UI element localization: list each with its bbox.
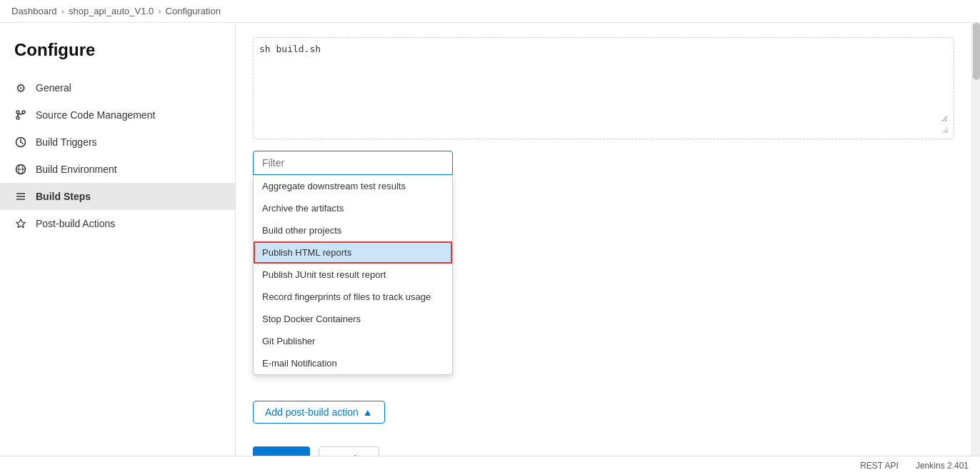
sidebar-item-label: Post-build Actions	[36, 218, 115, 229]
sidebar-item-general[interactable]: ⚙ General	[0, 74, 235, 101]
sidebar-item-label: Build Triggers	[36, 136, 97, 148]
sidebar-item-label: Build Steps	[36, 191, 91, 202]
svg-line-6	[21, 142, 23, 144]
breadcrumb-sep-1: ›	[61, 6, 64, 16]
dropdown-item-archive[interactable]: Archive the artifacts	[254, 197, 452, 219]
scrollbar-thumb[interactable]	[973, 23, 980, 80]
svg-point-0	[16, 111, 19, 114]
dropdown-item-publish-html[interactable]: Publish HTML reports	[254, 241, 452, 264]
breadcrumb-current: Configuration	[166, 6, 221, 16]
filter-input-wrap	[253, 151, 453, 175]
breadcrumb-dashboard[interactable]: Dashboard	[11, 6, 57, 16]
branch-icon	[14, 109, 27, 121]
scrollbar-track[interactable]	[971, 23, 980, 456]
add-action-label: Add post-build action	[265, 406, 359, 418]
list-icon	[14, 190, 27, 203]
sidebar-item-build-steps[interactable]: Build Steps	[0, 183, 235, 210]
sidebar-item-label: Build Environment	[36, 164, 117, 175]
apply-button[interactable]: Apply	[319, 446, 379, 456]
save-button[interactable]: Save	[253, 446, 310, 456]
sidebar-item-label: General	[36, 82, 71, 94]
sidebar-item-build-triggers[interactable]: Build Triggers	[0, 129, 235, 156]
chevron-up-icon: ▲	[363, 406, 373, 418]
add-post-build-action-button[interactable]: Add post-build action ▲	[253, 401, 385, 424]
dropdown-item-aggregate[interactable]: Aggregate downstream test results	[254, 175, 452, 197]
footer: REST API Jenkins 2.401	[0, 456, 980, 475]
footer-api[interactable]: REST API	[860, 461, 899, 471]
dropdown-item-email-notification[interactable]: E-mail Notification	[254, 352, 452, 374]
resize-handle[interactable]	[259, 124, 948, 133]
dropdown-item-git-publisher[interactable]: Git Publisher	[254, 330, 452, 352]
gear-icon: ⚙	[14, 81, 27, 94]
breadcrumb-sep-2: ›	[158, 6, 161, 16]
script-textarea-block: sh build.sh	[253, 37, 954, 139]
star-icon	[14, 217, 27, 230]
dropdown-container: Aggregate downstream test results Archiv…	[253, 151, 954, 375]
sidebar-item-source-code[interactable]: Source Code Management	[0, 101, 235, 129]
sidebar-item-label: Source Code Management	[36, 109, 155, 121]
dropdown-item-build-other[interactable]: Build other projects	[254, 219, 452, 241]
clock-icon	[14, 136, 27, 149]
breadcrumb: Dashboard › shop_api_auto_V1.0 › Configu…	[0, 0, 980, 23]
page-title: Configure	[0, 34, 235, 74]
footer-version: Jenkins 2.401	[916, 461, 969, 471]
script-textarea[interactable]: sh build.sh	[259, 44, 948, 122]
sidebar-item-post-build[interactable]: Post-build Actions	[0, 210, 235, 237]
action-buttons: Save Apply	[253, 446, 954, 456]
svg-point-1	[16, 116, 19, 119]
content-area: sh build.sh Aggregate downstream test re…	[236, 23, 971, 456]
filter-input[interactable]	[254, 151, 452, 174]
sidebar: Configure ⚙ General Source Code Manageme…	[0, 23, 236, 456]
breadcrumb-project[interactable]: shop_api_auto_V1.0	[69, 6, 154, 16]
dropdown-item-record-fingerprints[interactable]: Record fingerprints of files to track us…	[254, 286, 452, 308]
svg-marker-13	[16, 219, 25, 228]
dropdown-list: Aggregate downstream test results Archiv…	[253, 175, 453, 375]
sidebar-item-build-environment[interactable]: Build Environment	[0, 156, 235, 183]
dropdown-item-stop-docker[interactable]: Stop Docker Containers	[254, 308, 452, 330]
svg-point-2	[22, 111, 25, 114]
globe-icon	[14, 163, 27, 176]
dropdown-item-publish-junit[interactable]: Publish JUnit test result report	[254, 264, 452, 286]
